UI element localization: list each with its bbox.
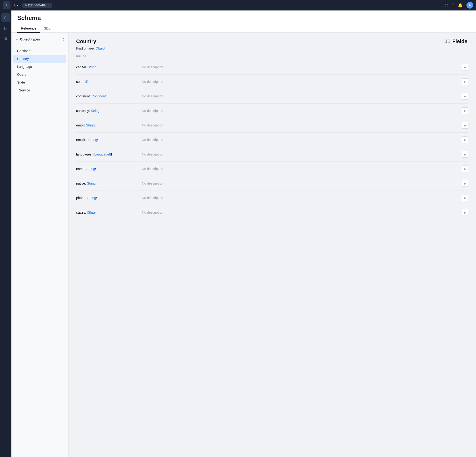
- sidebar-item-query[interactable]: Query: [13, 71, 66, 78]
- field-desc-states: No description: [142, 210, 458, 214]
- object-types-sidebar: ← Object types 6 Continent Country Langu…: [11, 33, 68, 457]
- field-name-type-code: code: ID!: [76, 80, 138, 84]
- field-type-link-string-emojiu[interactable]: String: [88, 138, 97, 142]
- nav-icons-group: ⬡ ? 🔔 A: [445, 2, 473, 9]
- field-row-emoji: emoji: String! No description ▶: [76, 118, 468, 133]
- field-expand-emojiu[interactable]: ▶: [462, 137, 468, 143]
- schema-tabs: Reference SDL: [17, 25, 470, 32]
- type-kind: Kind of type: Object: [76, 46, 468, 50]
- back-arrow-icon: ←: [15, 37, 18, 41]
- field-type-link-state[interactable]: [State!]: [87, 210, 97, 214]
- field-row-capital: capital: String No description ▶: [76, 60, 468, 75]
- graph-chevron: ▾: [48, 4, 50, 7]
- field-row-currency: currency: String No description ▶: [76, 103, 468, 118]
- sidebar-item-continent[interactable]: Continent: [13, 47, 66, 55]
- field-name-type-emojiu: emojiU: String!: [76, 138, 138, 142]
- user-avatar-icon[interactable]: A: [467, 2, 473, 9]
- field-name-type-capital: capital: String: [76, 65, 138, 69]
- field-desc-currency: No description: [142, 109, 458, 113]
- field-type-link-string-emoji[interactable]: String: [86, 123, 95, 127]
- tab-reference[interactable]: Reference: [17, 25, 40, 33]
- tab-sdl[interactable]: SDL: [40, 25, 54, 33]
- field-expand-capital[interactable]: ▶: [462, 64, 468, 70]
- field-name-type-continent: continent: Continent!: [76, 94, 138, 98]
- fields-count: 11 Fields: [445, 38, 468, 44]
- field-type-link-string-currency[interactable]: String: [91, 109, 100, 113]
- field-expand-name[interactable]: ▶: [462, 165, 468, 172]
- schema-title: Schema: [17, 14, 470, 22]
- field-row-continent: continent: Continent! No description ▶: [76, 89, 468, 103]
- fields-section-label: FIELDS: [76, 55, 468, 60]
- graph-status-dot: [25, 4, 27, 6]
- field-row-languages: languages: [Language!]! No description ▶: [76, 147, 468, 162]
- field-type-link-string-capital[interactable]: String: [88, 65, 96, 69]
- bell-icon[interactable]: 🔔: [458, 3, 463, 8]
- field-name-type-currency: currency: String: [76, 109, 138, 113]
- graph-selector[interactable]: DEV GRAPH ▾: [22, 3, 52, 8]
- graph-icon[interactable]: ⬡: [445, 3, 448, 8]
- workspace-chevron: ▾: [17, 4, 18, 7]
- field-row-code: code: ID! No description ▶: [76, 75, 468, 89]
- field-name-type-name: name: String!: [76, 167, 138, 171]
- settings-nav-button[interactable]: ⚙: [1, 34, 10, 43]
- field-expand-languages[interactable]: ▶: [462, 151, 468, 158]
- field-row-emojiu: emojiU: String! No description ▶: [76, 133, 468, 147]
- field-desc-name: No description: [142, 167, 458, 171]
- field-row-states: states: [State!]! No description ▶: [76, 205, 468, 220]
- sidebar-item-state[interactable]: State: [13, 78, 66, 86]
- field-name-type-languages: languages: [Language!]!: [76, 152, 138, 156]
- workspace-selector[interactable]: L ▾: [12, 3, 20, 8]
- icon-sidebar: ⬡ ▷ ⚙: [0, 10, 11, 457]
- field-type-link-id-code[interactable]: ID: [85, 80, 89, 84]
- field-desc-capital: No description: [142, 65, 458, 69]
- field-row-native: native: String! No description ▶: [76, 176, 468, 191]
- object-types-label: Object types: [20, 37, 40, 41]
- field-expand-code[interactable]: ▶: [462, 78, 468, 85]
- field-expand-phone[interactable]: ▶: [462, 195, 468, 201]
- content-area: ← Object types 6 Continent Country Langu…: [11, 33, 476, 457]
- field-desc-emojiu: No description: [142, 138, 458, 142]
- sidebar-item-country[interactable]: Country: [13, 55, 66, 63]
- field-desc-emoji: No description: [142, 123, 458, 127]
- field-expand-continent[interactable]: ▶: [462, 93, 468, 100]
- field-desc-code: No description: [142, 80, 458, 84]
- field-desc-languages: No description: [142, 152, 458, 156]
- sidebar-item-service[interactable]: _Service: [13, 86, 66, 94]
- graph-nav-button[interactable]: ⬡: [1, 13, 10, 22]
- field-expand-states[interactable]: ▶: [462, 209, 468, 216]
- sidebar-divider: [13, 45, 66, 45]
- field-row-name: name: String! No description ▶: [76, 162, 468, 176]
- field-name-type-states: states: [State!]!: [76, 210, 138, 214]
- field-type-link-string-phone[interactable]: String: [87, 196, 96, 200]
- logo-text: A: [6, 4, 8, 7]
- field-type-link-string-name[interactable]: String: [86, 167, 95, 171]
- field-type-link-string-native[interactable]: String: [87, 181, 96, 185]
- field-type-link-continent[interactable]: Continent: [92, 94, 106, 98]
- field-desc-phone: No description: [142, 196, 458, 200]
- play-nav-button[interactable]: ▷: [1, 24, 10, 32]
- schema-content: Country 11 Fields Kind of type: Object F…: [68, 33, 476, 457]
- field-expand-emoji[interactable]: ▶: [462, 122, 468, 129]
- field-row-phone: phone: String! No description ▶: [76, 191, 468, 205]
- field-desc-native: No description: [142, 181, 458, 185]
- kind-value-link[interactable]: Object: [96, 46, 105, 50]
- dev-graph-label: DEV GRAPH: [28, 4, 46, 7]
- field-type-link-language[interactable]: [Language!]: [93, 152, 111, 156]
- object-count-badge: 6: [63, 38, 65, 41]
- schema-header: Schema Reference SDL: [11, 10, 476, 33]
- main-area: Schema Reference SDL ← Object types 6 Co…: [11, 10, 476, 457]
- sidebar-item-language[interactable]: Language: [13, 63, 66, 70]
- top-navigation: A L ▾ DEV GRAPH ▾ ⬡ ? 🔔 A: [0, 0, 476, 10]
- field-desc-continent: No description: [142, 94, 458, 98]
- type-header: Country 11 Fields: [76, 38, 468, 44]
- sidebar-header: ← Object types 6: [11, 35, 68, 44]
- field-name-type-emoji: emoji: String!: [76, 123, 138, 127]
- back-button[interactable]: ← Object types: [15, 37, 40, 41]
- field-expand-currency[interactable]: ▶: [462, 107, 468, 114]
- field-expand-native[interactable]: ▶: [462, 180, 468, 187]
- logo-button[interactable]: A: [3, 1, 10, 9]
- field-name-type-phone: phone: String!: [76, 196, 138, 200]
- workspace-label: L: [14, 4, 16, 7]
- help-icon[interactable]: ?: [452, 3, 454, 7]
- field-name-type-native: native: String!: [76, 181, 138, 185]
